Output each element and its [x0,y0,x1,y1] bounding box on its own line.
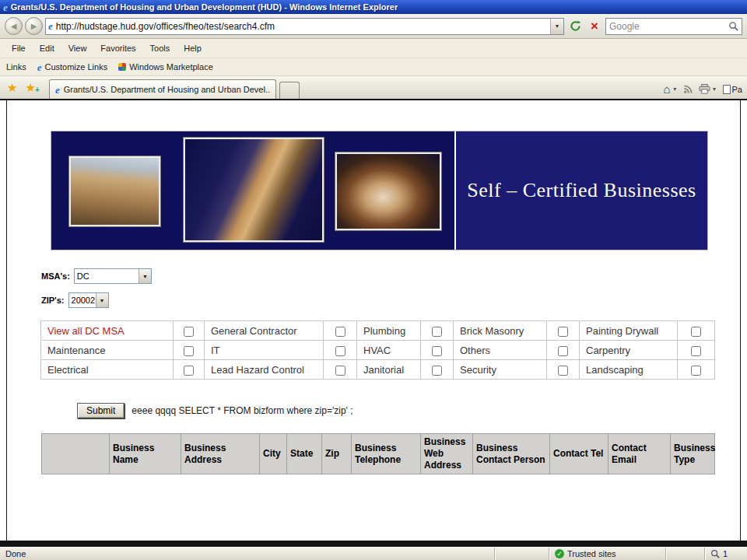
category-checkbox[interactable] [691,346,701,356]
tab-active[interactable]: e Grants/U.S. Department of Housing and … [49,79,276,99]
navigation-bar: ◀ ▶ e http://hudstage.hud.gov/offices/fh… [0,14,747,39]
trusted-check-icon: ✓ [555,549,564,558]
address-dropdown-button[interactable]: ▼ [550,19,563,34]
status-section [665,548,704,560]
submit-button[interactable]: Submit [77,403,124,418]
forward-icon: ▶ [31,23,37,30]
checkbox-cell [421,341,454,360]
status-section [494,548,549,560]
page-menu-button[interactable]: Pa [723,85,742,94]
page-bottom-border [0,541,747,547]
results-header: Business Telephone [352,434,421,474]
category-checkbox[interactable] [184,366,194,376]
menu-bar: File Edit View Favorites Tools Help [0,39,747,58]
category-label: Painting Drywall [580,321,678,341]
menu-help[interactable]: Help [177,40,209,56]
chevron-down-icon: ▼ [672,86,678,92]
link-windows-marketplace[interactable]: Windows Marketplace [118,62,213,72]
menu-view[interactable]: View [61,40,94,56]
status-text: Done [0,549,494,558]
category-checkbox[interactable] [691,366,701,376]
category-label: Carpentry [580,341,678,360]
chevron-down-icon: ▼ [555,23,560,29]
category-label: Others [454,341,547,360]
category-checkbox[interactable] [432,327,442,337]
plus-icon: + [35,86,40,94]
star-icon: ★ [25,81,35,94]
checkbox-cell [678,360,715,380]
status-bar: Done ✓ Trusted sites 1 [0,547,747,560]
category-table: View all DC MSA General Contractor Plumb… [40,320,715,380]
page-banner: Self – Certified Businesses [51,131,708,250]
command-bar-right: ⌂ ▼ ▼ Pa [664,83,742,99]
feeds-button[interactable] [683,84,693,94]
menu-file[interactable]: File [5,40,33,56]
category-checkbox[interactable] [558,366,568,376]
print-button[interactable]: ▼ [699,84,717,94]
refresh-button[interactable] [566,18,584,35]
category-checkbox[interactable] [691,327,701,337]
msa-dropdown-button[interactable]: ▼ [139,269,151,283]
security-zone-indicator[interactable]: ✓ Trusted sites [549,548,665,560]
new-tab-button[interactable] [279,82,300,99]
results-table: Business Name Business Address City Stat… [41,433,715,474]
category-checkbox[interactable] [335,346,345,356]
results-header: Business Type [671,434,715,474]
feed-icon [683,84,693,94]
links-label: Links [6,62,26,72]
forward-button[interactable]: ▶ [25,17,43,35]
page-left-border [6,100,7,541]
photo-construction-crane [184,138,324,242]
link-customize-links[interactable]: e Customize Links [37,62,107,72]
address-bar[interactable]: e http://hudstage.hud.gov/offices/fheo/t… [45,18,564,35]
zoom-control[interactable]: 1 [704,548,747,560]
results-header-row: Business Name Business Address City Stat… [42,434,715,474]
menu-edit[interactable]: Edit [33,40,61,56]
command-bar: ★ ★ + e Grants/U.S. Department of Housin… [0,76,747,100]
checkbox-cell [174,321,205,341]
page-title: Self – Certified Businesses [467,179,696,202]
photo-worker-portrait [335,152,441,230]
category-checkbox[interactable] [558,327,568,337]
category-checkbox[interactable] [432,366,442,376]
menu-favorites[interactable]: Favorites [93,40,142,56]
zip-dropdown-button[interactable]: ▼ [96,293,108,307]
home-button[interactable]: ⌂ ▼ [664,83,678,95]
title-bar: e Grants/U.S. Department of Housing and … [0,0,747,14]
search-icon [728,21,738,31]
submit-row: Submit eeee qqqq SELECT * FROM bizform w… [77,403,353,418]
page-favicon-icon: e [48,21,53,31]
category-checkbox[interactable] [335,327,345,337]
link-label: Customize Links [44,62,107,72]
category-checkbox[interactable] [184,346,194,356]
menu-tools[interactable]: Tools [143,40,177,56]
search-box[interactable]: Google [605,18,742,35]
page-icon [723,85,731,94]
window-title: Grants/U.S. Department of Housing and Ur… [11,2,398,12]
checkbox-cell [324,341,357,360]
msa-label: MSA's: [41,271,70,281]
results-header: Contact Tel [550,434,608,474]
url-text[interactable]: http://hudstage.hud.gov/offices/fheo/tes… [56,21,547,32]
back-button[interactable]: ◀ [5,17,23,35]
favorites-center-button[interactable]: ★ [5,82,19,93]
check-icon: ✓ [556,551,563,558]
msa-select[interactable]: DC ▼ [74,268,152,284]
add-favorite-button[interactable]: ★ + [23,82,37,93]
chevron-down-icon: ▼ [712,86,717,92]
zip-select[interactable]: 20002 ▼ [68,292,109,308]
stop-button[interactable]: × [586,18,603,35]
results-header: City [260,434,287,474]
banner-photo-collage [51,131,454,250]
category-checkbox[interactable] [432,346,442,356]
zip-filter: ZIP's: 20002 ▼ [41,292,109,308]
view-all-dc-msa-link[interactable]: View all DC MSA [41,321,174,341]
results-header: Zip [322,434,352,474]
tab-title: Grants/U.S. Department of Housing and Ur… [64,85,270,94]
checkbox-cell [421,321,454,341]
category-checkbox[interactable] [335,366,345,376]
zoom-icon [710,549,720,558]
category-checkbox[interactable] [558,346,568,356]
link-label: Windows Marketplace [129,62,213,72]
category-checkbox[interactable] [184,327,194,337]
